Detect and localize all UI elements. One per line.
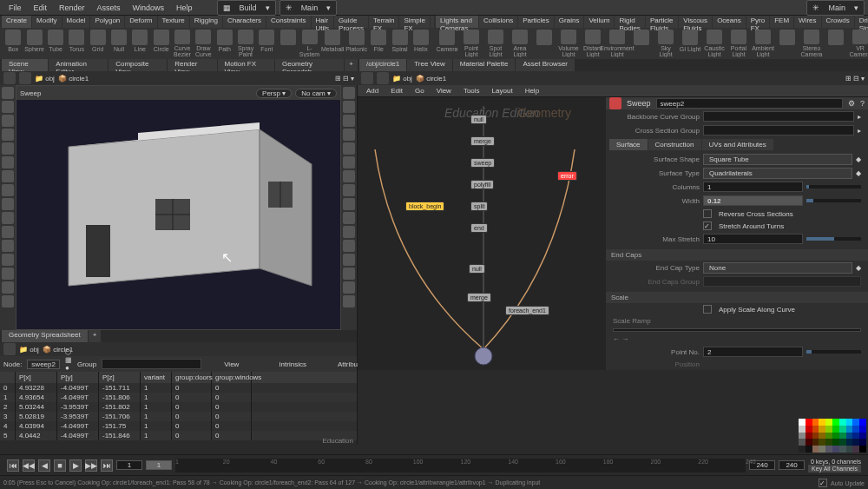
path-obj[interactable]: 📁 obj	[392, 75, 412, 83]
pane-tab[interactable]: Render View	[168, 59, 216, 71]
shelf-tool[interactable]: Platonic	[345, 30, 367, 57]
pane-tab[interactable]: Tree View	[407, 59, 452, 71]
shelf-tool[interactable]: Sphere	[24, 30, 44, 57]
forward-icon[interactable]	[19, 72, 31, 84]
shelf-tool[interactable]: Area Light	[509, 30, 531, 57]
color-swatch[interactable]	[852, 439, 859, 446]
surface-shape-select[interactable]: Square Tube	[703, 154, 852, 165]
stretch-checkbox[interactable]	[703, 221, 712, 230]
shelf-tool[interactable]: Grid	[89, 30, 108, 57]
tool-icon[interactable]	[343, 129, 355, 141]
shelf-tool[interactable]	[279, 30, 298, 57]
color-swatch[interactable]	[832, 426, 839, 433]
ss-col-header[interactable]: variant	[141, 372, 172, 383]
tool-icon[interactable]	[2, 254, 14, 266]
play-icon[interactable]: ▶	[69, 459, 82, 472]
shelf-tool[interactable]: Metaball	[321, 30, 344, 57]
color-swatch[interactable]	[806, 446, 812, 453]
color-swatch[interactable]	[859, 439, 866, 446]
color-swatch[interactable]	[846, 426, 853, 433]
net-menu-item[interactable]: Layout	[487, 85, 518, 96]
pointno-input[interactable]	[703, 347, 803, 357]
color-swatch[interactable]	[859, 419, 866, 426]
color-swatch[interactable]	[812, 426, 819, 433]
help-icon[interactable]: ?	[860, 99, 865, 108]
color-swatch[interactable]	[812, 446, 819, 453]
menu-render[interactable]: Render	[54, 2, 90, 14]
table-row[interactable]: 54.0442-4.0499T-151.846100	[0, 431, 357, 440]
color-swatch[interactable]	[812, 439, 819, 446]
shelf-tab[interactable]: Guide Process	[334, 16, 368, 28]
endcaps-section[interactable]: End Caps	[606, 249, 868, 261]
shelf-tool[interactable]: GI Light	[679, 30, 701, 57]
shelf-tool[interactable]: L-System	[299, 30, 319, 57]
endcap-type-select[interactable]: None	[703, 262, 852, 274]
shelf-tool[interactable]: Tube	[46, 30, 65, 57]
shelf-tool[interactable]: Helix	[411, 30, 431, 57]
ss-col-header[interactable]: group:windows	[212, 372, 252, 383]
ss-node-select[interactable]: sweep2	[27, 360, 60, 369]
color-swatch[interactable]	[839, 419, 846, 426]
shelf-tool[interactable]: Circle	[152, 30, 171, 57]
tool-icon[interactable]	[343, 226, 355, 238]
goto-start-icon[interactable]: ⏮	[7, 459, 19, 472]
color-swatch[interactable]	[846, 439, 853, 446]
color-swatch[interactable]	[859, 433, 866, 439]
tool-icon[interactable]	[2, 101, 14, 113]
tool-icon[interactable]	[343, 184, 355, 196]
net-menu-item[interactable]: Edit	[385, 85, 408, 96]
color-swatch[interactable]	[812, 419, 819, 426]
tool-icon[interactable]	[343, 212, 355, 224]
frame-range-end[interactable]: 240	[779, 460, 805, 470]
shelf-tool[interactable]: Point Light	[460, 30, 483, 57]
shelf-tool[interactable]: Curve Bezier	[173, 30, 192, 57]
tool-icon[interactable]	[343, 101, 355, 113]
color-swatch[interactable]	[832, 419, 839, 426]
shelf-tab[interactable]: Grains	[555, 16, 584, 28]
tool-icon[interactable]	[343, 240, 355, 252]
shelf-tool[interactable]: VR Camera	[849, 30, 868, 57]
color-swatch[interactable]	[846, 433, 853, 439]
color-swatch[interactable]	[806, 433, 812, 439]
shelf-tool[interactable]: Spot Light	[484, 30, 507, 57]
tool-icon[interactable]	[2, 184, 14, 196]
shelf-tool[interactable]: Spiral	[390, 30, 409, 57]
tab-geo-spreadsheet[interactable]: Geometry Spreadsheet	[2, 330, 88, 342]
main-take-dropdown[interactable]: ✳ Main ▾	[279, 0, 338, 16]
shelf-tab[interactable]: Rigging	[190, 16, 222, 28]
shelf-tool[interactable]: Portal Light	[727, 30, 750, 57]
tool-icon[interactable]	[343, 281, 355, 294]
tab-construction[interactable]: Construction	[648, 139, 701, 150]
pane-tab[interactable]: Motion FX View	[218, 59, 274, 71]
shelf-tab[interactable]: Rigid Bodies	[615, 16, 644, 28]
color-swatch[interactable]	[859, 446, 866, 453]
color-swatch[interactable]	[812, 433, 819, 439]
shelf-tool[interactable]: Torus	[67, 30, 86, 57]
color-swatch[interactable]	[852, 426, 859, 433]
tool-icon[interactable]	[343, 170, 355, 182]
tool-icon[interactable]	[2, 226, 14, 238]
shelf-tool[interactable]	[533, 30, 556, 57]
node-name-input[interactable]	[656, 98, 843, 109]
shelf-tab[interactable]: Hair Utils	[312, 16, 334, 28]
net-menu-item[interactable]: Go	[410, 85, 430, 96]
shelf-tab[interactable]: Crowds	[822, 16, 854, 28]
build-desktop-dropdown[interactable]: ▦ Build ▾	[217, 0, 276, 16]
table-row[interactable]: 35.02819-3.9539T-151.706100	[0, 412, 357, 421]
menu-assets[interactable]: Assets	[92, 2, 126, 14]
color-swatch[interactable]	[799, 419, 806, 426]
pane-tab[interactable]: Geometry Spreadsh	[275, 59, 344, 71]
color-swatch[interactable]	[846, 446, 853, 453]
pointno-slider[interactable]	[806, 350, 861, 354]
shelf-tab[interactable]: Lights and Cameras	[436, 16, 478, 28]
color-swatch[interactable]	[819, 433, 825, 439]
shelf-tool[interactable]: Sky Light	[654, 30, 677, 57]
key-all-button[interactable]: Key All Channels	[808, 465, 861, 472]
pane-tab[interactable]: Asset Browser	[516, 59, 575, 71]
path-node[interactable]: 📦 circle1	[416, 75, 446, 83]
color-swatch[interactable]	[825, 439, 832, 446]
tool-icon[interactable]	[343, 142, 355, 155]
shelf-tool[interactable]: Camera	[436, 30, 458, 57]
shelf-tool[interactable]: File	[369, 30, 388, 57]
net-menu-item[interactable]: View	[431, 85, 457, 96]
